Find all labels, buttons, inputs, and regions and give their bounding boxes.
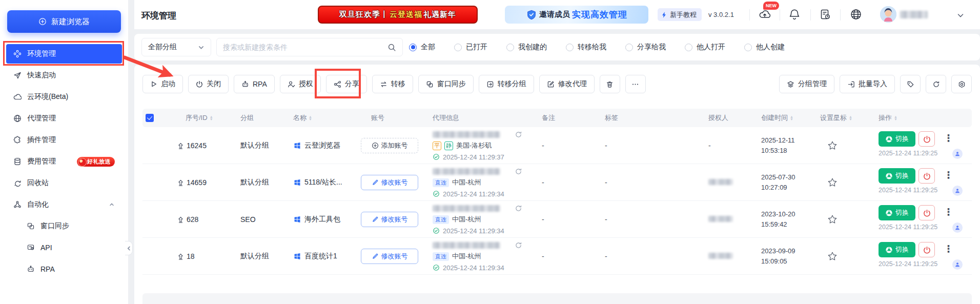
chevron-left-icon (126, 246, 132, 251)
sort-icon[interactable]: ▲▼ (894, 115, 897, 120)
close-button[interactable]: 关闭 (188, 75, 229, 93)
sidebar-item-window-sync[interactable]: 窗口同步 (6, 216, 122, 236)
star-icon[interactable] (827, 177, 838, 188)
chevron-up-icon[interactable] (109, 201, 115, 208)
authorize-button[interactable]: 授权 (280, 75, 321, 93)
sidebar-item-quick-launch[interactable]: 快速启动 (6, 66, 122, 85)
window-sync-button[interactable]: 窗口同步 (418, 75, 474, 93)
add-account-button[interactable]: 添加账号 (361, 138, 418, 153)
transfer-button[interactable]: 转移 (372, 75, 413, 93)
language-globe-icon[interactable] (850, 8, 862, 21)
power-off-button[interactable] (918, 168, 935, 184)
radio-created-by-others[interactable]: 他人创建 (744, 43, 785, 52)
row-more-icon[interactable]: ⋮ (944, 133, 953, 144)
radio-created-by-me[interactable]: 我创建的 (506, 43, 547, 52)
member-icon[interactable] (952, 259, 963, 270)
sidebar-item-proxy-manage[interactable]: 代理管理 (6, 109, 122, 128)
sort-icon[interactable]: ▲▼ (210, 115, 213, 120)
switch-button[interactable]: 切换 (879, 131, 915, 147)
edit-account-button[interactable]: 修改账号 (361, 212, 418, 227)
env-group: 默认分组 (240, 141, 293, 150)
gift-promo-badge[interactable]: 好礼放送 (77, 157, 115, 167)
table-row: 18 默认分组 百度统计1 修改账号 直连 中国-杭州 (142, 238, 972, 275)
proxy-refresh-icon[interactable] (515, 168, 522, 175)
radio-all[interactable]: 全部 (409, 43, 435, 52)
import-icon (847, 80, 855, 88)
power-off-button[interactable] (918, 242, 935, 257)
browser-icon (885, 246, 893, 254)
refresh-button[interactable] (926, 75, 946, 93)
tutorial-badge[interactable]: 新手教程 (658, 8, 702, 21)
divider (840, 9, 841, 21)
created-clock: 15:09:05 (761, 256, 820, 267)
sidebar-item-fee-manage[interactable]: 费用管理 好礼放送 (6, 152, 122, 171)
table-settings-button[interactable] (951, 75, 972, 93)
star-icon[interactable] (827, 251, 838, 261)
row-more-icon[interactable]: ⋮ (944, 244, 953, 254)
env-id: 18 (187, 252, 195, 260)
group-manage-button[interactable]: 分组管理 (779, 75, 834, 93)
promo-banner-invite[interactable]: 邀请成员 实现高效管理 (505, 6, 648, 24)
transfer-group-button[interactable]: 转移分组 (479, 75, 534, 93)
sort-icon[interactable]: ▲▼ (309, 115, 312, 120)
radio-transferred-to-me[interactable]: 转移给我 (566, 43, 606, 52)
username-redacted[interactable] (900, 11, 928, 18)
select-all-checkbox[interactable] (146, 114, 154, 122)
rpa-button[interactable]: RPA (234, 75, 275, 93)
authorizer-value: - (708, 141, 761, 150)
switch-button[interactable]: 切换 (879, 168, 915, 184)
switch-button[interactable]: 切换 (879, 242, 915, 257)
env-name: 百度统计1 (304, 252, 337, 261)
log-icon[interactable] (819, 8, 831, 21)
member-icon[interactable] (952, 186, 963, 196)
sidebar-item-recycle-bin[interactable]: 回收站 (6, 173, 122, 193)
start-button[interactable]: 启动 (142, 75, 183, 93)
tag-button[interactable] (900, 75, 921, 93)
proxy-refresh-icon[interactable] (515, 131, 522, 138)
delete-button[interactable] (600, 75, 620, 93)
power-off-button[interactable] (918, 131, 935, 147)
share-button[interactable]: 分享 (326, 75, 367, 93)
sidebar-collapse-handle[interactable] (125, 241, 133, 255)
radio-opened-by-others[interactable]: 他人打开 (685, 43, 725, 52)
new-browser-button[interactable]: 新建浏览器 (7, 10, 121, 33)
account-chevron-down-icon[interactable] (956, 11, 965, 19)
sidebar-item-automation[interactable]: 自动化 (6, 195, 122, 214)
group-select-value: 全部分组 (148, 43, 177, 52)
edit-account-button[interactable]: 修改账号 (361, 175, 418, 190)
star-icon[interactable] (827, 140, 838, 151)
power-icon (923, 135, 931, 143)
radio-shared-to-me[interactable]: 分享给我 (625, 43, 666, 52)
avatar[interactable] (880, 6, 896, 23)
tag-icon (907, 80, 914, 88)
group-select[interactable]: 全部分组 (141, 38, 211, 56)
bell-icon[interactable] (788, 8, 801, 21)
sidebar-item-env-manage[interactable]: 环境管理 (6, 44, 122, 64)
proxy-refresh-icon[interactable] (515, 241, 522, 249)
edit-account-button[interactable]: 修改账号 (361, 249, 418, 264)
cloud-upload-icon[interactable] (759, 8, 771, 21)
search-icon[interactable] (387, 43, 396, 52)
promo-banner-festival[interactable]: 双旦狂欢季丨 云登送福 礼遇新年 (318, 6, 478, 24)
batch-import-button[interactable]: 批量导入 (840, 75, 895, 93)
row-more-icon[interactable]: ⋮ (944, 207, 953, 217)
member-icon[interactable] (952, 149, 963, 159)
sidebar-item-api[interactable]: API (6, 238, 122, 257)
proxy-refresh-icon[interactable] (515, 205, 522, 212)
sidebar-item-rpa[interactable]: RPA (6, 259, 122, 279)
window-sync-icon (426, 80, 434, 88)
more-actions-button[interactable] (625, 75, 646, 93)
modify-proxy-button[interactable]: 修改代理 (539, 75, 595, 93)
sort-icon[interactable]: ▲▼ (849, 115, 852, 120)
power-off-button[interactable] (918, 205, 935, 220)
sidebar-item-plugin-manage[interactable]: 插件管理 (6, 130, 122, 150)
search-input[interactable] (223, 43, 387, 51)
radio-label: 他人创建 (756, 43, 785, 52)
radio-opened[interactable]: 已打开 (454, 43, 487, 52)
row-more-icon[interactable]: ⋮ (944, 170, 953, 180)
sidebar-item-cloud-env[interactable]: 云环境(Beta) (6, 87, 122, 107)
star-icon[interactable] (827, 214, 838, 225)
sort-icon[interactable]: ▲▼ (790, 115, 793, 120)
switch-button[interactable]: 切换 (879, 205, 915, 220)
member-icon[interactable] (952, 222, 963, 233)
